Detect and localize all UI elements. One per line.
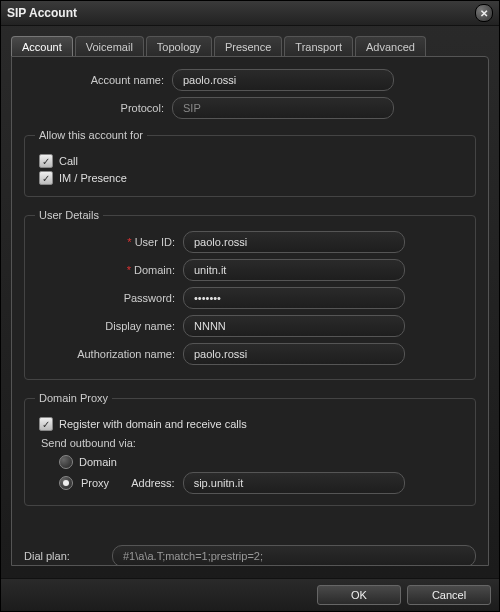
- tab-transport[interactable]: Transport: [284, 36, 353, 57]
- tab-account[interactable]: Account: [11, 36, 73, 57]
- check-icon: ✓: [39, 417, 53, 431]
- window-title: SIP Account: [7, 6, 77, 20]
- tab-topology[interactable]: Topology: [146, 36, 212, 57]
- domain-proxy-legend: Domain Proxy: [35, 392, 112, 404]
- address-label: Address:: [131, 477, 174, 489]
- radio-icon: [59, 476, 73, 490]
- label-display-name: Display name:: [35, 320, 183, 332]
- tab-voicemail[interactable]: Voicemail: [75, 36, 144, 57]
- account-name-input[interactable]: [172, 69, 394, 91]
- ok-button[interactable]: OK: [317, 585, 401, 605]
- cancel-button[interactable]: Cancel: [407, 585, 491, 605]
- required-asterisk: *: [127, 236, 131, 248]
- footer: OK Cancel: [1, 578, 499, 611]
- user-details-legend: User Details: [35, 209, 103, 221]
- label-user-id: * User ID:: [35, 236, 183, 248]
- account-panel: Account name: Protocol: SIP Allow this a…: [11, 56, 489, 566]
- radio-proxy-row[interactable]: Proxy Address:: [59, 472, 465, 494]
- proxy-address-input[interactable]: [183, 472, 405, 494]
- label-protocol: Protocol:: [24, 102, 172, 114]
- register-label: Register with domain and receive calls: [59, 418, 247, 430]
- im-label: IM / Presence: [59, 172, 127, 184]
- check-icon: ✓: [39, 154, 53, 168]
- register-checkbox-row[interactable]: ✓ Register with domain and receive calls: [39, 417, 465, 431]
- radio-proxy-label: Proxy: [81, 477, 109, 489]
- check-icon: ✓: [39, 171, 53, 185]
- radio-domain-label: Domain: [79, 456, 117, 468]
- row-dial-plan: Dial plan:: [24, 545, 476, 566]
- row-user-id: * User ID:: [35, 231, 465, 253]
- row-account-name: Account name:: [24, 69, 476, 91]
- label-account-name: Account name:: [24, 74, 172, 86]
- row-password: Password:: [35, 287, 465, 309]
- display-name-input[interactable]: [183, 315, 405, 337]
- allow-account-group: Allow this account for ✓ Call ✓ IM / Pre…: [24, 129, 476, 197]
- required-asterisk: *: [127, 264, 131, 276]
- label-password: Password:: [35, 292, 183, 304]
- domain-proxy-group: Domain Proxy ✓ Register with domain and …: [24, 392, 476, 506]
- label-auth-name: Authorization name:: [35, 348, 183, 360]
- protocol-field: SIP: [172, 97, 394, 119]
- call-checkbox-row[interactable]: ✓ Call: [39, 154, 465, 168]
- sip-account-window: SIP Account ✕ Account Voicemail Topology…: [0, 0, 500, 612]
- allow-account-legend: Allow this account for: [35, 129, 147, 141]
- radio-icon: [59, 455, 73, 469]
- radio-domain-row[interactable]: Domain: [59, 455, 465, 469]
- content-area: Account Voicemail Topology Presence Tran…: [1, 26, 499, 578]
- row-display-name: Display name:: [35, 315, 465, 337]
- domain-input[interactable]: [183, 259, 405, 281]
- row-auth-name: Authorization name:: [35, 343, 465, 365]
- tab-presence[interactable]: Presence: [214, 36, 282, 57]
- outbound-radio-group: Domain Proxy Address:: [55, 455, 465, 494]
- password-input[interactable]: [183, 287, 405, 309]
- im-checkbox-row[interactable]: ✓ IM / Presence: [39, 171, 465, 185]
- send-outbound-label: Send outbound via:: [41, 437, 465, 449]
- row-protocol: Protocol: SIP: [24, 97, 476, 119]
- label-domain: * Domain:: [35, 264, 183, 276]
- auth-name-input[interactable]: [183, 343, 405, 365]
- tab-bar: Account Voicemail Topology Presence Tran…: [11, 36, 489, 57]
- user-details-group: User Details * User ID: * Domain: Passwo…: [24, 209, 476, 380]
- close-icon[interactable]: ✕: [475, 4, 493, 22]
- dial-plan-input[interactable]: [112, 545, 476, 566]
- row-domain: * Domain:: [35, 259, 465, 281]
- call-label: Call: [59, 155, 78, 167]
- label-dial-plan: Dial plan:: [24, 550, 112, 562]
- tab-advanced[interactable]: Advanced: [355, 36, 426, 57]
- titlebar: SIP Account ✕: [1, 1, 499, 26]
- user-id-input[interactable]: [183, 231, 405, 253]
